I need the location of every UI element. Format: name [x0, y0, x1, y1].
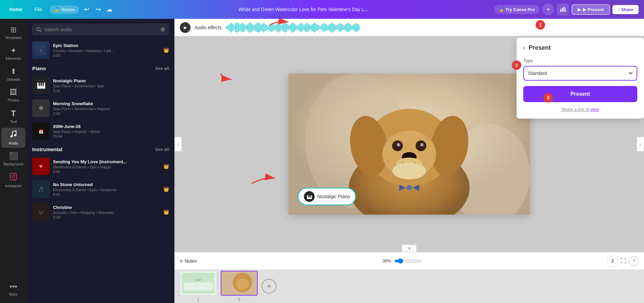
audio-item-nostalgic-piano[interactable]: 🎹 Nostalgic Piano Solo Piano • Sentiment…: [30, 74, 172, 97]
main-content: ⊞ Templates ✦ Elements ⬆ Uploads 🖼 Photo…: [0, 19, 644, 303]
analytics-button[interactable]: [557, 3, 569, 15]
help-button[interactable]: ?: [629, 256, 639, 266]
page-thumb-1[interactable]: BAM!: [180, 271, 217, 296]
sidebar-item-instagram[interactable]: Instagram: [1, 170, 25, 190]
audio-item-christine[interactable]: 🎶 Christine Acoustic • Film • Relaxing •…: [30, 201, 172, 223]
page-count-button[interactable]: 2: [607, 256, 618, 266]
document-title[interactable]: White and Green Watercolor Love for Pets…: [238, 7, 368, 12]
sidebar-item-label: Text: [10, 120, 17, 124]
svg-point-42: [407, 185, 412, 190]
collapse-left-icon: ‹: [177, 142, 179, 146]
sidebar-item-more[interactable]: ••• More: [1, 279, 25, 299]
svg-line-10: [40, 31, 41, 32]
present-back-button[interactable]: ‹: [523, 44, 525, 51]
audio-thumb-epic: ♪: [32, 41, 50, 59]
step-badge-2: 2: [512, 60, 521, 70]
present-type-select[interactable]: Standard Autoplay Presenter View: [523, 66, 637, 81]
bottom-bar: ≡ Notes 38% 2 ⛶ ?: [174, 252, 644, 269]
svg-point-5: [14, 134, 16, 136]
svg-point-4: [10, 135, 12, 137]
collapse-right-icon: ›: [640, 142, 641, 146]
play-button[interactable]: ▶: [180, 22, 191, 33]
collapse-bottom-button[interactable]: ∨: [402, 245, 417, 252]
page-controls: 2 ⛶ ?: [607, 256, 639, 266]
canvas-frame: 🎹 Nostalgic Piano: [288, 74, 530, 215]
audio-thumb-christine: 🎶: [32, 203, 50, 221]
svg-point-39: [392, 163, 426, 179]
sidebar-item-label: Instagram: [5, 184, 22, 188]
svg-text:❄: ❄: [39, 105, 44, 112]
add-button[interactable]: +: [542, 3, 554, 15]
filter-button[interactable]: ⚙: [160, 26, 165, 33]
zoom-slider[interactable]: [394, 258, 421, 264]
instrumental-see-all[interactable]: See all: [155, 147, 169, 152]
audio-info-june: 2006-June-26 Solo Piano • Hopeful • Weir…: [53, 124, 169, 138]
resize-icon: 🏅: [54, 7, 59, 12]
present-button[interactable]: ▶ ▶ Present: [572, 4, 609, 15]
svg-point-7: [12, 175, 15, 178]
notes-label: Notes: [184, 258, 197, 264]
sidebar-item-elements[interactable]: ✦ Elements: [1, 44, 25, 63]
sidebar-item-background[interactable]: ⬛ Background: [1, 149, 25, 169]
crown-icon-sending: 👑: [163, 164, 169, 169]
collapse-right-button[interactable]: ›: [637, 137, 644, 152]
svg-rect-6: [10, 173, 17, 180]
step-badge-1: 1: [536, 20, 545, 30]
undo-button[interactable]: ↩: [83, 4, 91, 14]
step-badge-1-container: 1: [536, 20, 545, 30]
page-2-container: 2: [221, 271, 258, 302]
add-page-button[interactable]: +: [262, 279, 276, 294]
music-label-overlay[interactable]: 🎹 Nostalgic Piano: [298, 188, 356, 205]
sidebar-item-label: Uploads: [7, 77, 20, 81]
sidebar-item-label: Photos: [8, 98, 19, 102]
sidebar-item-uploads[interactable]: ⬆ Uploads: [1, 64, 25, 84]
audio-panel: ⚙ ♪ Epic Station Country • Acoustic • Re…: [27, 19, 174, 303]
home-button[interactable]: Home: [5, 5, 26, 14]
instagram-icon: [9, 173, 17, 182]
resize-button[interactable]: 🏅 Resize: [50, 5, 79, 14]
redo-button[interactable]: ↪: [95, 4, 102, 14]
search-input[interactable]: [44, 27, 158, 32]
sidebar-item-audio[interactable]: Audio: [1, 128, 25, 148]
sidebar-item-templates[interactable]: ⊞ Templates: [1, 23, 25, 42]
page-thumb-2[interactable]: [221, 271, 258, 296]
page-1-container: BAM! 1: [180, 271, 217, 302]
audio-info-sending: Sending You My Love (Instrument... Elect…: [53, 159, 160, 174]
try-canva-pro-button[interactable]: 🏅 Try Canva Pro: [494, 5, 539, 14]
audio-item-epic-station[interactable]: ♪ Epic Station Country • Acoustic • Rela…: [30, 39, 172, 61]
crown-icon: 👑: [163, 47, 169, 53]
share-link-view-text[interactable]: view: [590, 107, 599, 112]
sidebar-item-text[interactable]: T Text: [1, 106, 25, 126]
page-num-2: 2: [238, 298, 240, 302]
instrumental-section-title: Instrumental: [32, 146, 62, 152]
waveform: [226, 23, 639, 33]
piano-see-all[interactable]: See all: [155, 66, 169, 71]
sidebar-item-label: Audio: [9, 141, 18, 145]
notes-icon: ≡: [180, 258, 182, 264]
audio-info-christine: Christine Acoustic • Film • Relaxing • R…: [53, 205, 160, 219]
piano-section-header: Piano See all: [30, 61, 172, 74]
audio-info-nostalgic: Nostalgic Piano Solo Piano • Sentimental…: [53, 78, 169, 93]
pages-strip: BAM! 1: [174, 269, 644, 303]
audio-item-morning-snowflake[interactable]: ❄ Morning Snowflake Solo Piano • Sentime…: [30, 97, 172, 120]
audio-effects-bar: ▶ Audio effects: [174, 19, 644, 36]
svg-text:🎹: 🎹: [37, 80, 46, 89]
fullscreen-button[interactable]: ⛶: [621, 257, 627, 264]
svg-text:♥: ♥: [39, 163, 43, 170]
share-link-view[interactable]: Share a link to view: [523, 107, 637, 112]
notes-button[interactable]: ≡ Notes: [180, 258, 197, 264]
audio-thumb-sending: ♥: [32, 158, 50, 175]
uploads-icon: ⬆: [10, 67, 16, 76]
svg-text:♪: ♪: [40, 47, 42, 53]
crown-icon-christine: 👑: [163, 209, 169, 215]
share-button[interactable]: ↑ Share: [612, 5, 639, 14]
svg-rect-2: [564, 7, 565, 12]
audio-item-no-stone[interactable]: 🎵 No Stone Unturned Electronica & Dance …: [30, 178, 172, 201]
present-now-button[interactable]: Present: [523, 86, 637, 102]
audio-item-sending-love[interactable]: ♥ Sending You My Love (Instrument... Ele…: [30, 155, 172, 178]
sidebar-item-photos[interactable]: 🖼 Photos: [1, 85, 25, 105]
collapse-left-button[interactable]: ‹: [174, 137, 182, 152]
audio-panel-header: ⚙: [27, 19, 174, 39]
file-button[interactable]: File: [31, 5, 46, 14]
audio-item-2006-june[interactable]: 📅 2006-June-26 Solo Piano • Hopeful • We…: [30, 120, 172, 142]
